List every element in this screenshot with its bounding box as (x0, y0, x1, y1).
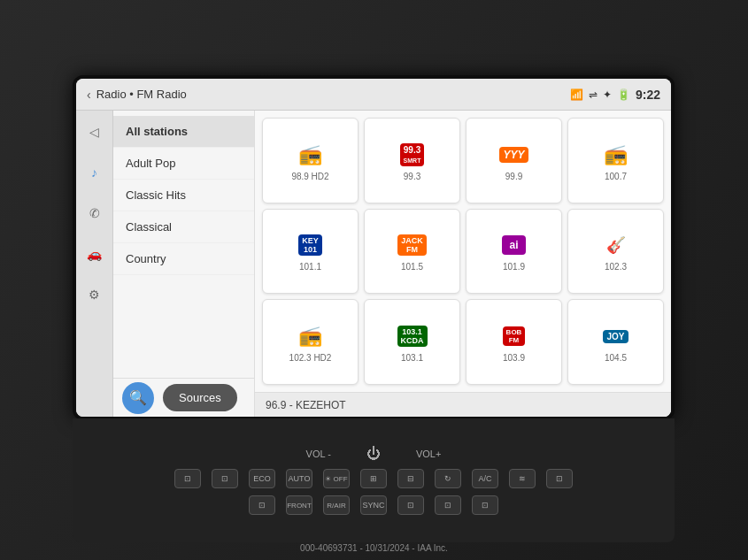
ctrl-b1[interactable]: ⊡ (249, 495, 275, 515)
station-freq-1011: 101.1 (299, 262, 321, 272)
action-bar: 🔍 Sources (113, 378, 254, 417)
button-row-2: ⊡ FRONT R/AIR SYNC ⊡ ⊡ ⊡ (249, 495, 498, 515)
ctrl-b4[interactable]: ⊡ (472, 495, 498, 515)
breadcrumb: Radio • FM Radio (96, 88, 187, 101)
screen-bezel: ‹ Radio • FM Radio 📶 ⇌ ✦ 🔋 9:22 ◁ ♪ ✆ (73, 75, 675, 420)
ctrl-b3[interactable]: ⊡ (435, 495, 461, 515)
vol-plus-label: VOL+ (416, 449, 441, 459)
station-logo-1007: 📻 (594, 140, 638, 170)
station-logo-1039: BOBFM (492, 321, 536, 351)
station-tile-989hd2[interactable]: 📻 98.9 HD2 (262, 118, 359, 203)
ctrl-fan-right[interactable]: ↻ (435, 469, 461, 488)
station-tile-1019[interactable]: ai 101.9 (466, 209, 562, 295)
signal-icon: 📶 (570, 88, 583, 101)
vol-minus-label: VOL - (306, 449, 331, 459)
station-logo-999: YYY (492, 140, 536, 170)
station-freq-1039: 103.9 (503, 353, 525, 363)
ctrl-auto-label[interactable]: AUTO (286, 469, 312, 488)
station-freq-993: 99.3 (404, 172, 420, 181)
station-freq-999: 99.9 (505, 172, 522, 181)
station-freq-1007: 100.7 (605, 172, 627, 181)
search-button[interactable]: 🔍 (122, 382, 154, 414)
station-logo-989hd2: 📻 (289, 140, 333, 170)
menu-item-all-stations[interactable]: All stations (113, 116, 254, 148)
menu-item-adult-pop[interactable]: Adult Pop (113, 148, 254, 180)
ctrl-sync-label[interactable]: SYNC (360, 495, 387, 515)
clock: 9:22 (636, 88, 660, 102)
station-tile-1023hd2[interactable]: 📻 102.3 HD2 (262, 299, 359, 385)
ctrl-b2[interactable]: ⊡ (397, 495, 424, 515)
power-button[interactable]: ⏻ (366, 446, 381, 462)
station-tile-1031[interactable]: 103.1KCDA 103.1 (364, 299, 460, 385)
menu-item-classic-hits[interactable]: Classic Hits (113, 180, 254, 211)
now-playing-bar: 96.9 - KEZEHOT (255, 392, 671, 417)
sidebar-icons: ◁ ♪ ✆ 🚗 ⚙ (76, 111, 113, 417)
station-grid: 📻 98.9 HD2 99.3SMRT 99.3 (255, 111, 671, 392)
ctrl-ac[interactable]: A/C (472, 469, 498, 488)
header-bar: ‹ Radio • FM Radio 📶 ⇌ ✦ 🔋 9:22 (76, 79, 671, 111)
ctrl-heat-seat-r[interactable]: ⊡ (546, 469, 573, 488)
screen: ‹ Radio • FM Radio 📶 ⇌ ✦ 🔋 9:22 ◁ ♪ ✆ (76, 79, 671, 417)
station-freq-1019: 101.9 (503, 262, 525, 272)
station-freq-1023hd2: 102.3 HD2 (289, 353, 332, 363)
ctrl-front-label[interactable]: FRONT (286, 495, 312, 515)
left-menu: All stations Adult Pop Classic Hits Clas… (113, 111, 255, 378)
bluetooth-icon: ✦ (603, 88, 612, 101)
car-panel: ‹ Radio • FM Radio 📶 ⇌ ✦ 🔋 9:22 ◁ ♪ ✆ (0, 0, 748, 560)
menu-item-classical[interactable]: Classical (113, 211, 254, 243)
station-logo-1023: 🎸 (594, 230, 638, 260)
station-logo-1015: JACKFM (390, 230, 435, 260)
station-logo-1011: KEY101 (289, 230, 333, 260)
main-content: ◁ ♪ ✆ 🚗 ⚙ All stations Adult Pop Classic… (76, 111, 671, 417)
station-tile-1007[interactable]: 📻 100.7 (567, 118, 664, 203)
station-tile-999[interactable]: YYY 99.9 (466, 118, 562, 203)
station-logo-1019: ai (492, 230, 536, 260)
station-freq-1023: 102.3 (605, 262, 627, 272)
menu-item-country[interactable]: Country (113, 243, 254, 275)
back-button[interactable]: ‹ (87, 88, 91, 102)
ctrl-off-label[interactable]: ☀ OFF (323, 469, 350, 488)
now-playing-text: 96.9 - KEZEHOT (266, 399, 346, 411)
volume-row: VOL - ⏻ VOL+ (306, 446, 442, 462)
station-logo-1023hd2: 📻 (289, 321, 333, 351)
controls-area: VOL - ⏻ VOL+ ⊡ ⊡ ECO AUTO ☀ OFF ⊞ ⊟ ↻ A/… (73, 418, 675, 542)
watermark: 000-40693731 - 10/31/2024 - IAA Inc. (300, 543, 448, 553)
station-logo-1045: JOY (594, 321, 638, 351)
music-icon[interactable]: ♪ (82, 160, 107, 185)
right-content: 📻 98.9 HD2 99.3SMRT 99.3 (255, 111, 671, 417)
station-tile-993[interactable]: 99.3SMRT 99.3 (364, 118, 460, 203)
sources-button[interactable]: Sources (163, 384, 237, 411)
wifi-icon: ⇌ (589, 88, 598, 101)
nav-icon[interactable]: ◁ (82, 119, 107, 144)
station-freq-1031: 103.1 (401, 353, 423, 363)
station-tile-1023[interactable]: 🎸 102.3 (567, 209, 664, 295)
station-freq-989hd2: 98.9 HD2 (291, 172, 328, 181)
settings-icon[interactable]: ⚙ (82, 282, 107, 307)
station-freq-1045: 104.5 (605, 353, 627, 363)
station-tile-1045[interactable]: JOY 104.5 (567, 299, 664, 385)
station-tile-1011[interactable]: KEY101 101.1 (262, 209, 359, 295)
station-tile-1039[interactable]: BOBFM 103.9 (466, 299, 562, 385)
button-row-1: ⊡ ⊡ ECO AUTO ☀ OFF ⊞ ⊟ ↻ A/C ≋ ⊡ (174, 469, 573, 488)
ctrl-eco-label[interactable]: ECO (249, 469, 275, 488)
car-icon[interactable]: 🚗 (82, 242, 107, 266)
phone-icon[interactable]: ✆ (82, 201, 107, 226)
ctrl-seat-heat-left[interactable]: ⊡ (174, 469, 201, 488)
status-icons: 📶 ⇌ ✦ 🔋 9:22 (570, 88, 660, 102)
ctrl-seat-heat-right[interactable]: ⊡ (212, 469, 238, 488)
station-logo-1031: 103.1KCDA (390, 321, 435, 351)
ctrl-defrost-rear[interactable]: ≋ (509, 469, 536, 488)
ctrl-defrost[interactable]: ⊟ (397, 469, 424, 488)
battery-icon: 🔋 (617, 88, 630, 101)
station-tile-1015[interactable]: JACKFM 101.5 (364, 209, 460, 295)
ctrl-rear-label[interactable]: R/AIR (323, 495, 350, 515)
station-freq-1015: 101.5 (401, 262, 423, 272)
station-logo-993: 99.3SMRT (390, 140, 435, 170)
ctrl-fan[interactable]: ⊞ (360, 469, 387, 488)
